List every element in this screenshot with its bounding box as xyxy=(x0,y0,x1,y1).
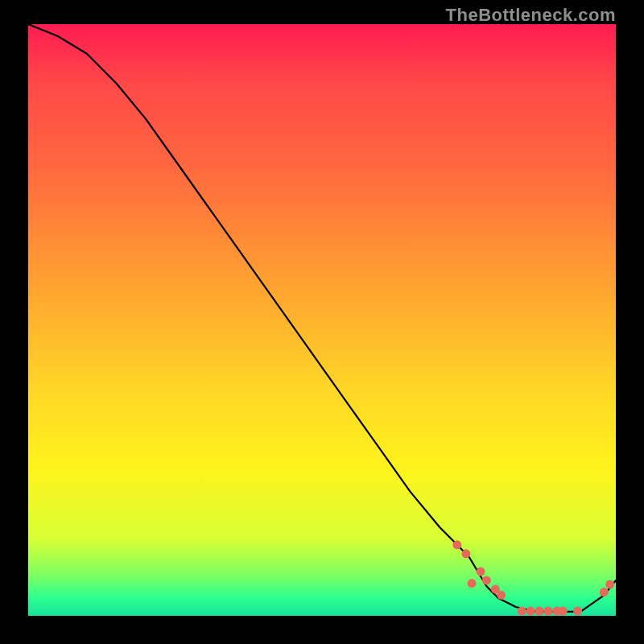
data-marker xyxy=(605,580,614,589)
bottleneck-curve xyxy=(28,24,616,612)
data-marker xyxy=(518,607,526,616)
chart-stage: TheBottleneck.com xyxy=(0,0,644,644)
watermark-text: TheBottleneck.com xyxy=(446,5,616,26)
data-marker xyxy=(468,579,477,588)
data-marker xyxy=(559,607,568,616)
plot-area xyxy=(28,24,616,616)
data-marker xyxy=(526,607,535,616)
data-marker xyxy=(600,588,609,597)
data-marker xyxy=(544,607,553,616)
data-marker xyxy=(573,607,582,616)
chart-svg xyxy=(28,24,616,616)
data-marker xyxy=(452,540,461,549)
data-marker xyxy=(482,576,491,584)
data-marker xyxy=(497,591,506,600)
data-marker xyxy=(535,607,544,616)
data-marker xyxy=(477,567,485,576)
data-marker xyxy=(461,549,470,558)
